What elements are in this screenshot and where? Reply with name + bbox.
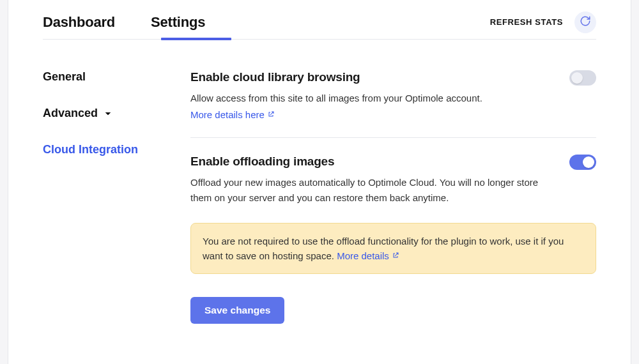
save-button[interactable]: Save changes bbox=[190, 297, 284, 324]
cloud-library-more-link[interactable]: More details here bbox=[190, 109, 275, 120]
chevron-down-icon bbox=[103, 109, 113, 119]
sidebar-item-label: Advanced bbox=[43, 107, 98, 120]
external-link-icon bbox=[392, 248, 399, 263]
tab-settings[interactable]: Settings bbox=[151, 6, 205, 38]
section-cloud-library: Enable cloud library browsing Allow acce… bbox=[190, 70, 596, 137]
sidebar-item-general[interactable]: General bbox=[43, 70, 190, 107]
settings-main: Enable cloud library browsing Allow acce… bbox=[190, 70, 596, 340]
offloading-more-link[interactable]: More details bbox=[337, 248, 399, 263]
refresh-icon bbox=[580, 15, 591, 29]
toggle-knob bbox=[583, 156, 594, 168]
toggle-knob bbox=[571, 72, 583, 84]
section-offloading: Enable offloading images Offload your ne… bbox=[190, 137, 596, 340]
settings-sidebar: General Advanced Cloud Integration bbox=[43, 70, 190, 340]
sidebar-item-cloud-integration[interactable]: Cloud Integration bbox=[43, 143, 190, 179]
tabs: Dashboard Settings bbox=[43, 6, 205, 38]
refresh-stats-button[interactable]: REFRESH STATS bbox=[490, 17, 563, 27]
external-link-icon bbox=[267, 109, 275, 120]
cloud-library-desc: Allow access from this site to all image… bbox=[190, 91, 548, 105]
sidebar-item-advanced[interactable]: Advanced bbox=[43, 107, 190, 143]
offloading-desc: Offload your new images automatically to… bbox=[190, 175, 548, 205]
cloud-library-title: Enable cloud library browsing bbox=[190, 70, 554, 84]
refresh-icon-button[interactable] bbox=[574, 11, 596, 33]
tab-dashboard[interactable]: Dashboard bbox=[43, 6, 115, 38]
offloading-title: Enable offloading images bbox=[190, 155, 554, 169]
link-label: More details bbox=[337, 248, 389, 263]
offloading-toggle[interactable] bbox=[569, 155, 596, 170]
topbar: Dashboard Settings REFRESH STATS bbox=[43, 5, 596, 40]
link-label: More details here bbox=[190, 109, 265, 120]
offloading-notice: You are not required to use the offload … bbox=[190, 223, 596, 275]
cloud-library-toggle[interactable] bbox=[569, 70, 596, 86]
